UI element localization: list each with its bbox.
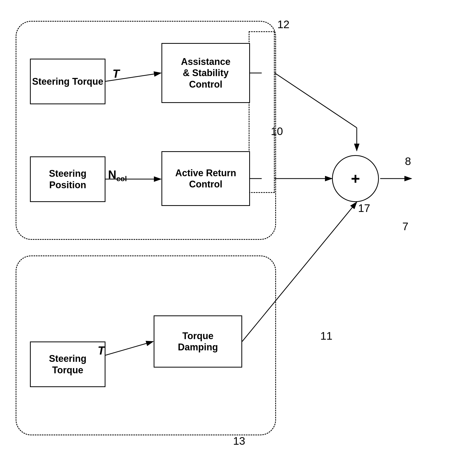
torque-damping-box: TorqueDamping [154,315,242,368]
ref-13: 13 [233,435,245,447]
label-T-top: T [112,67,120,80]
ref-7: 7 [402,220,408,233]
ref-12: 12 [277,18,290,31]
ref-11: 11 [320,330,333,342]
plus-sign: + [351,170,360,188]
steering-position-label: SteeringPosition [49,168,86,190]
diagram: Steering Torque Assistance& StabilityCon… [0,0,463,476]
assistance-stability-label: Assistance& StabilityControl [181,56,230,90]
steering-torque-1-label: Steering Torque [32,76,103,87]
steering-torque-2-label: SteeringTorque [49,353,86,375]
torque-damping-label: TorqueDamping [178,330,218,353]
ref-8: 8 [405,155,411,168]
active-return-box: Active ReturnControl [161,151,250,206]
ref-10: 10 [271,125,283,138]
steering-torque-2-box: SteeringTorque [30,341,105,387]
assistance-stability-box: Assistance& StabilityControl [161,43,250,103]
svg-line-5 [275,73,357,128]
label-T-bottom: T [98,344,105,357]
ref-17: 17 [358,202,370,215]
active-return-label: Active ReturnControl [175,167,236,190]
label-Ncol: Ncol [108,168,127,183]
steering-torque-1-box: Steering Torque [30,59,105,104]
steering-position-box: SteeringPosition [30,156,105,202]
sum-circle: + [332,155,379,202]
inner-dashed-box [249,31,275,193]
